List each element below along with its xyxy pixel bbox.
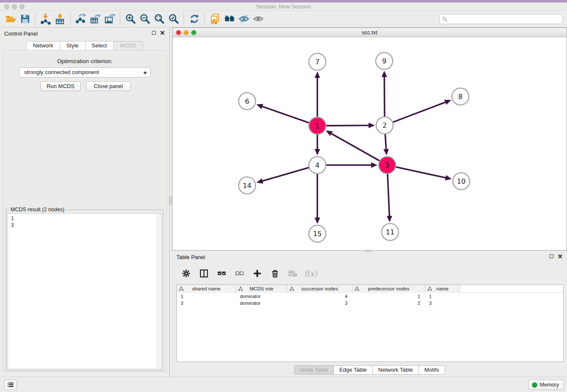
graph-node-10[interactable]: 10 xyxy=(453,173,470,190)
memory-button[interactable]: Memory xyxy=(528,380,564,390)
result-scrollbar[interactable] xyxy=(157,214,161,369)
task-history-button[interactable] xyxy=(4,380,17,390)
export-network-icon[interactable] xyxy=(74,12,88,26)
column-header-shared-name[interactable]: shared name xyxy=(177,285,236,293)
graph-node-7[interactable]: 7 xyxy=(309,53,326,70)
column-header-predecessor-nodes[interactable]: predecessor nodes xyxy=(352,285,425,293)
save-session-icon[interactable] xyxy=(18,12,32,26)
zoom-out-icon[interactable] xyxy=(138,12,152,26)
export-table-icon[interactable] xyxy=(88,12,102,26)
graph-node-15[interactable]: 15 xyxy=(309,225,326,242)
column-header-label: shared name xyxy=(192,286,220,291)
table-panel-float-icon[interactable] xyxy=(550,254,553,258)
graph-edge-1-7[interactable] xyxy=(315,72,320,118)
import-table-icon[interactable] xyxy=(53,12,67,26)
network-canvas[interactable]: 7968124314101511 xyxy=(173,37,567,250)
optimization-criterion-select[interactable]: strongly connected component xyxy=(19,67,151,77)
delete-table-icon xyxy=(287,268,298,279)
table-panel-close-icon[interactable]: ✕ xyxy=(557,254,563,258)
graph-edge-3-10[interactable] xyxy=(395,167,452,180)
table-cell: 1 xyxy=(425,293,460,300)
network-window-titlebar[interactable]: × − + scc.txt xyxy=(173,28,567,37)
table-tab-edge-table[interactable]: Edge Table xyxy=(333,365,373,375)
zoom-selected-icon[interactable] xyxy=(166,12,181,26)
graph-edge-4-3[interactable] xyxy=(325,163,377,168)
main-toolbar xyxy=(0,11,567,28)
graph-edge-2-3[interactable] xyxy=(383,133,389,155)
optimization-criterion-value: strongly connected component xyxy=(24,69,99,75)
import-network-icon[interactable] xyxy=(39,12,53,26)
column-header-mcds-role[interactable]: MCDS role xyxy=(236,285,287,293)
graph-edge-1-6[interactable] xyxy=(256,104,310,123)
deselect-all-icon[interactable] xyxy=(234,268,245,279)
control-panel-float-icon[interactable] xyxy=(152,31,156,35)
column-header-successor-nodes[interactable]: successor nodes xyxy=(287,285,352,293)
graph-edge-2-9[interactable] xyxy=(382,71,387,118)
show-columns-icon[interactable] xyxy=(198,268,209,279)
table-tab-motifs[interactable]: Motifs xyxy=(418,365,445,375)
graph-node-9[interactable]: 9 xyxy=(376,52,393,69)
graph-node-4[interactable]: 4 xyxy=(309,157,326,174)
clone-network-icon[interactable] xyxy=(208,12,222,26)
graph-edge-1-4[interactable] xyxy=(315,133,320,155)
first-neighbors-icon[interactable] xyxy=(222,12,237,26)
add-column-icon[interactable] xyxy=(252,268,263,279)
control-tab-select[interactable]: Select xyxy=(85,41,114,50)
search-icon xyxy=(442,17,448,22)
graph-node-2[interactable]: 2 xyxy=(376,117,393,134)
graph-edge-1-2[interactable] xyxy=(325,123,375,128)
graph-node-11[interactable]: 11 xyxy=(382,224,399,240)
zoom-fit-icon[interactable] xyxy=(152,12,166,26)
graph-edge-3-1[interactable] xyxy=(326,130,380,161)
graph-edge-4-14[interactable] xyxy=(256,167,310,184)
table-cell: 3 xyxy=(425,300,460,306)
close-panel-button[interactable]: Close panel xyxy=(86,81,131,91)
search-box[interactable] xyxy=(439,14,563,24)
control-panel: Control Panel ✕ NetworkStyleSelectMCDS O… xyxy=(0,28,170,377)
table-panel-title: Table Panel xyxy=(176,254,205,260)
column-header-label: predecessor nodes xyxy=(368,286,410,291)
table-row[interactable]: 3dominator323 xyxy=(177,300,563,306)
memory-label: Memory xyxy=(540,382,559,388)
mcds-result-title: MCDS result (2 nodes) xyxy=(9,207,66,213)
table-settings-gear-icon[interactable] xyxy=(181,268,192,279)
search-input[interactable] xyxy=(449,16,560,22)
select-all-icon[interactable] xyxy=(216,268,227,279)
show-hide-graphics-icon[interactable] xyxy=(237,12,251,26)
network-title: scc.txt xyxy=(173,29,567,36)
graph-node-8[interactable]: 8 xyxy=(452,88,469,105)
table-cell: 4 xyxy=(287,293,352,300)
table-row[interactable]: 1dominator411 xyxy=(177,293,563,300)
export-image-icon[interactable] xyxy=(102,12,117,26)
graph-node-14[interactable]: 14 xyxy=(239,177,256,194)
run-mcds-button[interactable]: Run MCDS xyxy=(40,81,81,91)
toolbar-separator xyxy=(184,12,184,26)
graph-edge-4-15[interactable] xyxy=(315,173,320,224)
svg-text:8: 8 xyxy=(458,93,462,101)
control-panel-title: Control Panel xyxy=(4,30,38,37)
control-tab-mcds[interactable]: MCDS xyxy=(113,41,143,50)
open-folder-icon[interactable] xyxy=(3,12,18,26)
delete-column-icon[interactable] xyxy=(270,268,281,279)
toolbar-buttons xyxy=(0,12,265,26)
control-tab-network[interactable]: Network xyxy=(26,41,60,50)
network-graph: 7968124314101511 xyxy=(173,37,567,250)
table-header-row: shared nameMCDS rolesuccessor nodesprede… xyxy=(177,285,563,293)
graph-edge-3-11[interactable] xyxy=(387,173,392,222)
splitter-grip[interactable] xyxy=(170,197,172,204)
select-stepper-icon xyxy=(143,69,147,76)
graph-edge-2-8[interactable] xyxy=(392,99,451,122)
zoom-in-icon[interactable] xyxy=(123,12,138,26)
column-header-name[interactable]: name xyxy=(425,285,460,293)
table-panel: Table Panel ✕ f(x) shared nameMCDS roles… xyxy=(172,252,567,376)
graph-node-3[interactable]: 3 xyxy=(379,157,396,174)
graph-node-6[interactable]: 6 xyxy=(239,93,256,110)
table-tab-node-table[interactable]: Node Table xyxy=(294,365,334,375)
mcds-result-area[interactable]: 13 xyxy=(8,213,162,369)
table-tab-network-table[interactable]: Network Table xyxy=(372,365,419,375)
control-panel-close-icon[interactable]: ✕ xyxy=(160,31,165,35)
control-tab-style[interactable]: Style xyxy=(60,41,85,50)
apply-layout-icon[interactable] xyxy=(187,12,201,26)
table-cell: 1 xyxy=(177,293,236,300)
graph-node-1[interactable]: 1 xyxy=(309,117,326,134)
